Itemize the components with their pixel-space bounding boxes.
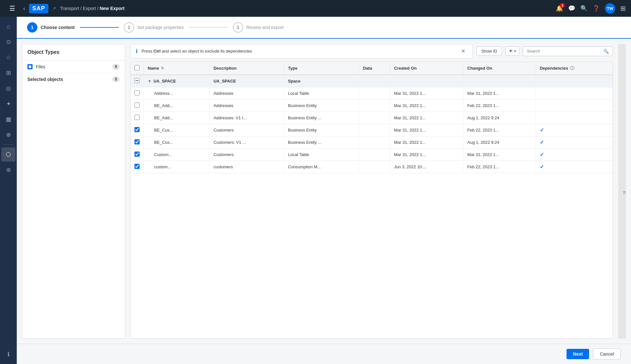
next-button[interactable]: Next [567, 349, 589, 359]
row-name: Custom... [148, 152, 172, 157]
step-1-circle: 1 [27, 22, 37, 33]
sidebar-network-icon[interactable]: ⊛ [1, 163, 15, 177]
search-box: 🔍 [523, 46, 613, 56]
row-data-cell [359, 136, 390, 149]
row-name-cell: ▼UA_SPACE [144, 75, 210, 87]
row-checkbox[interactable] [134, 90, 140, 95]
sidebar-search-icon[interactable]: ⊙ [1, 35, 15, 49]
table-row: BE_Add...AddressesBusiness EntityMar 31,… [131, 100, 613, 112]
breadcrumb: Transport / Export / New Export [60, 6, 124, 11]
svg-rect-0 [29, 65, 31, 68]
row-checkbox[interactable] [134, 103, 140, 108]
sidebar-info-icon[interactable]: ℹ [1, 347, 15, 361]
show-id-button[interactable]: Show ID [477, 46, 502, 56]
row-name: UA_SPACE [153, 79, 176, 84]
row-changed-cell [463, 75, 536, 87]
select-all-checkbox[interactable] [134, 65, 140, 70]
sidebar-home-icon[interactable]: ⌂ [1, 19, 15, 34]
wizard-steps: 1 Choose content 2 Set package propertie… [27, 22, 284, 33]
row-changed-cell: Mar 31, 2022 1... [463, 149, 536, 161]
row-name-cell: Custom... [144, 149, 210, 161]
row-checkbox-cell [131, 161, 144, 173]
row-changed-cell: Feb 22, 2023 1... [463, 124, 536, 136]
row-checkbox-cell [131, 149, 144, 161]
row-created-cell: Mar 31, 2022 1... [390, 112, 463, 124]
row-description-cell: Customers [210, 124, 284, 136]
search-input[interactable] [527, 49, 601, 54]
row-created-cell: Jun 3, 2022 10:... [390, 161, 463, 173]
header-dependencies: Dependencies ⓘ [536, 62, 613, 75]
row-type-cell: Space [284, 75, 359, 87]
files-item[interactable]: Files 5 [22, 61, 125, 73]
row-checkbox[interactable] [134, 139, 140, 144]
object-types-title: Object Types [22, 44, 125, 61]
step-3-circle: 3 [233, 22, 243, 33]
table-row: custom...customersConsumption M...Jun 3,… [131, 161, 613, 173]
selected-objects-header: Selected objects 5 [22, 73, 125, 85]
table-toolbar: Show ID 👁 ▾ 🔍 [477, 46, 613, 56]
row-checkbox[interactable] [134, 164, 140, 169]
sidebar-extensions-icon[interactable]: ✦ [1, 97, 15, 111]
top-bar: ℹ Press Ctrl and select an object to exc… [130, 44, 613, 58]
row-data-cell [359, 112, 390, 124]
table-row: BE_Cus...Customers: V1 ...Business Entit… [131, 136, 613, 149]
table-row: Custom...CustomersLocal TableMar 31, 202… [131, 149, 613, 161]
info-banner-close-button[interactable]: ✕ [459, 47, 467, 55]
page-body: Object Types Files 5 Selected objects 5 [17, 39, 631, 344]
selected-objects-count: 5 [112, 76, 120, 82]
sidebar-package-icon[interactable]: ⬡ [1, 147, 15, 162]
row-checkbox[interactable] [134, 152, 140, 157]
row-name-cell: BE_Add... [144, 100, 210, 112]
search-globe-icon[interactable]: 🔍 [580, 5, 587, 12]
hamburger-menu-icon[interactable]: ☰ [5, 1, 19, 15]
notification-bell-icon[interactable]: 🔔 3 [556, 5, 563, 12]
chat-icon[interactable]: 💬 [568, 5, 575, 12]
info-banner-text: Press Ctrl and select an object to exclu… [142, 49, 455, 54]
wizard-step-1[interactable]: 1 Choose content [27, 22, 75, 33]
help-icon[interactable]: ❓ [593, 5, 600, 12]
sidebar-security-icon[interactable]: ⊗ [1, 128, 15, 142]
row-created-cell: Mar 31, 2022 1... [390, 87, 463, 100]
row-type-cell: Business Entity [284, 124, 359, 136]
nav-right: 🔔 3 💬 🔍 ❓ TW ⊞ [556, 3, 626, 14]
header-data: Data [359, 62, 390, 75]
row-checkbox[interactable] [134, 127, 140, 132]
expand-icon[interactable]: ▼ [148, 79, 152, 84]
row-data-cell [359, 161, 390, 173]
row-type-cell: Business Entity [284, 100, 359, 112]
row-checkbox-cell [131, 75, 144, 87]
row-name-cell: BE_Cus... [144, 136, 210, 149]
row-changed-cell: Feb 22, 2023 1... [463, 100, 536, 112]
data-table: Name ⇅ Description Type Data Created On … [131, 62, 613, 173]
row-description-cell: Customers [210, 149, 284, 161]
info-banner-icon: ℹ [136, 48, 138, 54]
header-changed-on: Changed On [463, 62, 536, 75]
eye-icon: 👁 [509, 49, 513, 54]
cancel-button[interactable]: Cancel [593, 349, 621, 359]
sidebar-charts-icon[interactable]: ▦ [1, 112, 15, 126]
row-checkbox[interactable] [134, 78, 140, 83]
name-sort-icon[interactable]: ⇅ [161, 66, 164, 70]
dependency-check-icon: ✓ [540, 152, 544, 157]
app-layout: ⌂ ⊙ ☆ ⊞ ◎ ✦ ▦ ⊗ ⬡ ⊛ ℹ 1 Choose content [0, 17, 631, 364]
row-checkbox-cell [131, 87, 144, 100]
back-button[interactable]: ‹ [23, 5, 25, 12]
sidebar-favorites-icon[interactable]: ☆ [1, 50, 15, 64]
visibility-button[interactable]: 👁 ▾ [505, 46, 519, 56]
row-description-cell: Addresses: V1 I... [210, 112, 284, 124]
wizard-step-2[interactable]: 2 Set package properties [124, 22, 184, 33]
wizard-step-3[interactable]: 3 Review and export [233, 22, 284, 33]
app-grid-icon[interactable]: ⊞ [620, 5, 626, 12]
row-name-cell: custom... [144, 161, 210, 173]
sidebar-notifications-icon[interactable]: ◎ [1, 81, 15, 95]
row-name-cell: Address... [144, 87, 210, 100]
row-checkbox-cell [131, 112, 144, 124]
sidebar-apps-icon[interactable]: ⊞ [1, 66, 15, 80]
user-avatar[interactable]: TW [605, 3, 615, 14]
table-body: ▼UA_SPACEUA_SPACESpaceAddress...Addresse… [131, 75, 613, 173]
dependency-check-icon: ✓ [540, 164, 544, 170]
share-icon: ↗ [52, 6, 56, 11]
sap-logo: SAP [29, 4, 48, 13]
dependencies-info-icon[interactable]: ⓘ [570, 65, 574, 71]
row-checkbox[interactable] [134, 115, 140, 120]
